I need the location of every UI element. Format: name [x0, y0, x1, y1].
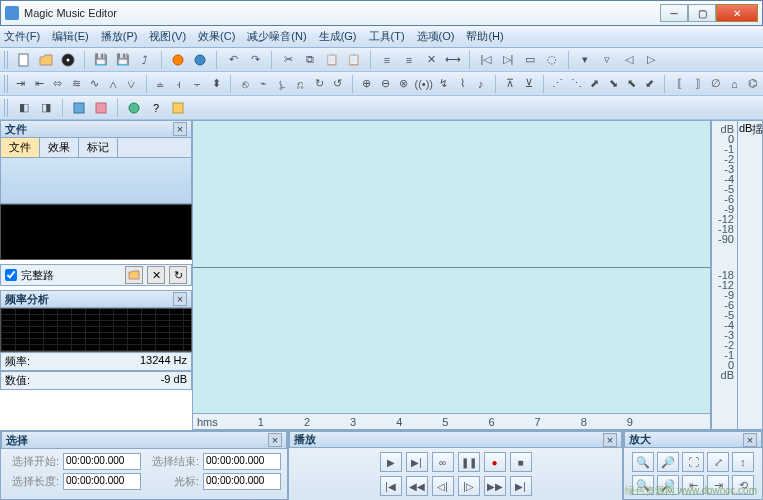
save-icon[interactable]: 💾 — [93, 52, 109, 68]
go-start-button[interactable]: |◀ — [380, 476, 402, 496]
view1-icon[interactable]: ◧ — [16, 100, 32, 116]
waveform-view[interactable]: hms 1 2 3 4 5 6 7 8 9 — [192, 120, 711, 430]
fullpath-checkbox[interactable] — [5, 269, 17, 281]
sel-start-value[interactable]: 00:00:00.000 — [63, 453, 141, 470]
fx36-icon[interactable]: ⌂ — [728, 76, 740, 92]
step-back-button[interactable]: ◁| — [432, 476, 454, 496]
sel-all-icon[interactable]: ▭ — [522, 52, 538, 68]
fx1-icon[interactable]: ⇥ — [15, 76, 27, 92]
sel-end-value[interactable]: 00:00:00.000 — [203, 453, 281, 470]
fx26-icon[interactable]: ⊻ — [522, 76, 534, 92]
fx27-icon[interactable]: ⋰ — [552, 76, 564, 92]
fx7-icon[interactable]: ⩒ — [125, 76, 137, 92]
about-icon[interactable] — [170, 100, 186, 116]
fx18-icon[interactable]: ⊕ — [360, 76, 372, 92]
fx21-icon[interactable]: ((•)) — [416, 76, 432, 92]
zoom-sel-icon[interactable]: ⛶ — [682, 452, 704, 472]
step-fwd-button[interactable]: |▷ — [458, 476, 480, 496]
tab-files[interactable]: 文件 — [1, 138, 40, 157]
menu-options[interactable]: 选项(O) — [417, 29, 455, 44]
mix-file-icon[interactable]: ≡ — [401, 52, 417, 68]
play-button[interactable]: ▶ — [380, 452, 402, 472]
fx5-icon[interactable]: ∿ — [88, 76, 100, 92]
fx29-icon[interactable]: ⬈ — [588, 76, 600, 92]
open-file-icon[interactable] — [38, 52, 54, 68]
view3-icon[interactable] — [71, 100, 87, 116]
close-button[interactable]: ✕ — [716, 4, 758, 22]
menu-file[interactable]: 文件(F) — [4, 29, 40, 44]
minimize-button[interactable]: ─ — [660, 4, 688, 22]
fx15-icon[interactable]: ⎌ — [294, 76, 306, 92]
fx11-icon[interactable]: ⬍ — [210, 76, 222, 92]
fx23-icon[interactable]: ⌇ — [456, 76, 468, 92]
fx35-icon[interactable]: ∅ — [710, 76, 722, 92]
play-to-end-button[interactable]: ▶| — [406, 452, 428, 472]
maximize-button[interactable]: ▢ — [688, 4, 716, 22]
menu-generate[interactable]: 生成(G) — [319, 29, 357, 44]
fx28-icon[interactable]: ⋱ — [570, 76, 582, 92]
undo-icon[interactable]: ↶ — [225, 52, 241, 68]
mix-icon[interactable]: ≡ — [379, 52, 395, 68]
waveform-channel-right[interactable] — [193, 268, 710, 414]
grip-icon[interactable] — [4, 99, 10, 117]
export-icon[interactable]: ⤴ — [137, 52, 153, 68]
fx16-icon[interactable]: ↻ — [313, 76, 325, 92]
menu-noise[interactable]: 减少噪音(N) — [247, 29, 306, 44]
fx32-icon[interactable]: ⬋ — [644, 76, 656, 92]
globe-icon[interactable] — [126, 100, 142, 116]
fx13-icon[interactable]: ⌁ — [257, 76, 269, 92]
paste-new-icon[interactable]: 📋 — [346, 52, 362, 68]
cd-icon[interactable] — [60, 52, 76, 68]
marker-del-icon[interactable]: ▿ — [599, 52, 615, 68]
burn-icon[interactable] — [170, 52, 186, 68]
fx19-icon[interactable]: ⊖ — [379, 76, 391, 92]
fx25-icon[interactable]: ⊼ — [504, 76, 516, 92]
ffwd-button[interactable]: ▶▶ — [484, 476, 506, 496]
redo-icon[interactable]: ↷ — [247, 52, 263, 68]
delete-icon[interactable]: ✕ — [423, 52, 439, 68]
zoom-v-in-icon[interactable]: ↕ — [732, 452, 754, 472]
marker-add-icon[interactable]: ▾ — [577, 52, 593, 68]
fx6-icon[interactable]: ⩑ — [107, 76, 119, 92]
file-list[interactable] — [0, 158, 192, 204]
fx4-icon[interactable]: ≋ — [70, 76, 82, 92]
fx17-icon[interactable]: ↺ — [331, 76, 343, 92]
selection-close-icon[interactable]: × — [268, 433, 282, 447]
pause-button[interactable]: ❚❚ — [458, 452, 480, 472]
zoom-in-icon[interactable]: 🔍 — [632, 452, 654, 472]
fx30-icon[interactable]: ⬊ — [607, 76, 619, 92]
tab-effects[interactable]: 效果 — [40, 138, 79, 157]
fx2-icon[interactable]: ⇤ — [33, 76, 45, 92]
menu-help[interactable]: 帮助(H) — [466, 29, 503, 44]
fx33-icon[interactable]: ⟦ — [673, 76, 685, 92]
zoom-out-icon[interactable]: 🔎 — [657, 452, 679, 472]
remove-icon[interactable]: ✕ — [147, 266, 165, 284]
sel-end-icon[interactable]: ▷| — [500, 52, 516, 68]
menu-play[interactable]: 播放(P) — [101, 29, 138, 44]
view4-icon[interactable] — [93, 100, 109, 116]
go-end-button[interactable]: ▶| — [510, 476, 532, 496]
tab-markers[interactable]: 标记 — [79, 138, 118, 157]
paste-icon[interactable]: 📋 — [324, 52, 340, 68]
disc-icon[interactable] — [192, 52, 208, 68]
playback-close-icon[interactable]: × — [603, 433, 617, 447]
waveform-channel-left[interactable] — [193, 121, 710, 268]
fx3-icon[interactable]: ⬄ — [52, 76, 64, 92]
new-file-icon[interactable] — [16, 52, 32, 68]
marker-prev-icon[interactable]: ◁ — [621, 52, 637, 68]
record-button[interactable]: ● — [484, 452, 506, 472]
menu-view[interactable]: 视图(V) — [149, 29, 186, 44]
freq-panel-close-icon[interactable]: × — [173, 292, 187, 306]
trim-icon[interactable]: ⟷ — [445, 52, 461, 68]
cut-icon[interactable]: ✂ — [280, 52, 296, 68]
grip-icon[interactable] — [4, 75, 9, 93]
cursor-value[interactable]: 00:00:00.000 — [203, 473, 281, 490]
fx8-icon[interactable]: ⫨ — [155, 76, 167, 92]
fx37-icon[interactable]: ⌬ — [747, 76, 759, 92]
sel-start-icon[interactable]: |◁ — [478, 52, 494, 68]
refresh-icon[interactable]: ↻ — [169, 266, 187, 284]
sel-none-icon[interactable]: ◌ — [544, 52, 560, 68]
menu-tools[interactable]: 工具(T) — [369, 29, 405, 44]
time-ruler[interactable]: hms 1 2 3 4 5 6 7 8 9 — [193, 413, 710, 429]
zoom-close-icon[interactable]: × — [743, 433, 757, 447]
